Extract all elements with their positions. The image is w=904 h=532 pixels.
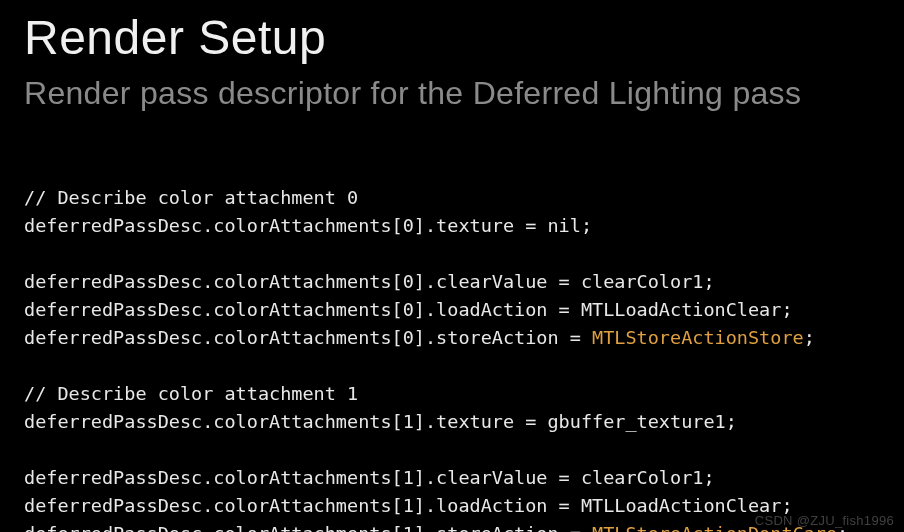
watermark-text: CSDN @ZJU_fish1996 — [755, 513, 894, 528]
code-line: deferredPassDesc.colorAttachments[1].sto… — [24, 523, 848, 532]
code-highlight: MTLStoreActionStore — [592, 327, 804, 348]
slide-render-setup: Render Setup Render pass descriptor for … — [0, 0, 904, 532]
code-line: // Describe color attachment 0 — [24, 187, 358, 208]
code-line: deferredPassDesc.colorAttachments[0].tex… — [24, 215, 592, 236]
code-line: deferredPassDesc.colorAttachments[1].cle… — [24, 467, 715, 488]
code-line: deferredPassDesc.colorAttachments[0].sto… — [24, 327, 815, 348]
code-line: deferredPassDesc.colorAttachments[0].cle… — [24, 271, 715, 292]
code-block: // Describe color attachment 0 deferredP… — [24, 156, 880, 532]
code-line: deferredPassDesc.colorAttachments[1].tex… — [24, 411, 737, 432]
slide-title: Render Setup — [24, 12, 880, 65]
code-line: deferredPassDesc.colorAttachments[0].loa… — [24, 299, 793, 320]
slide-subtitle: Render pass descriptor for the Deferred … — [24, 75, 880, 112]
code-line: deferredPassDesc.colorAttachments[1].loa… — [24, 495, 793, 516]
code-line: // Describe color attachment 1 — [24, 383, 358, 404]
